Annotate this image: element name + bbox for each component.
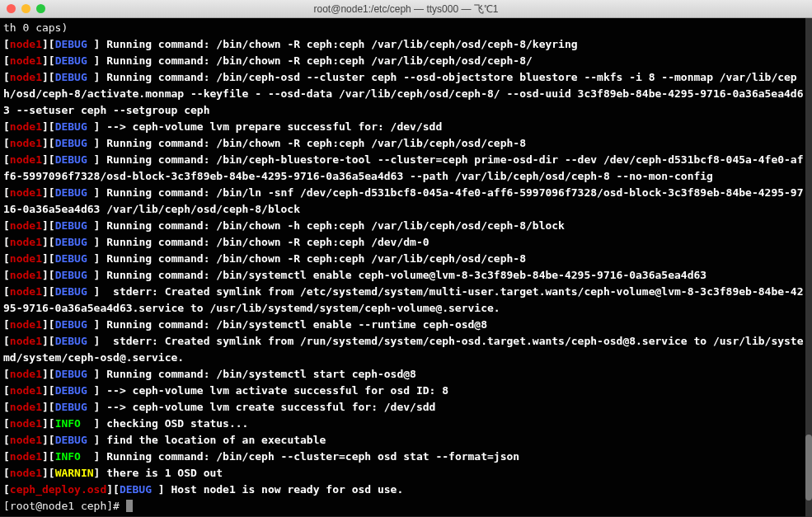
terminal-text: INFO [55,450,81,463]
terminal-text: [ [3,219,10,232]
terminal-text: [ [3,467,10,479]
terminal-text: DEBUG [55,252,87,265]
terminal-line: [node1][DEBUG ] Running command: /bin/ch… [3,53,809,69]
terminal-text: node1 [10,137,42,149]
terminal-text: ] Running command: /bin/ceph --cluster=c… [81,450,519,463]
terminal-line: [node1][DEBUG ] Running command: /bin/sy… [3,366,809,383]
terminal-text: ] stderr: Created symlink from /run/syst… [3,335,804,364]
terminal-text: node1 [10,335,42,347]
terminal-text: ][ [42,335,55,347]
terminal-line: th 0 caps) [3,20,809,36]
terminal-text: node1 [10,467,42,479]
terminal-line: [node1][DEBUG ] Running command: /bin/ce… [3,152,809,185]
terminal-text: DEBUG [55,434,87,446]
terminal-line: [node1][DEBUG ] Running command: /bin/ch… [3,234,809,251]
terminal-text: [ [3,450,10,463]
terminal-text: [ [3,236,10,248]
terminal-text: ][ [42,71,55,83]
terminal-text: DEBUG [55,71,87,83]
terminal-text: [ [3,483,10,496]
terminal-line: [node1][DEBUG ] Running command: /bin/ch… [3,251,809,267]
terminal-text: node1 [10,219,42,232]
terminal-text: node1 [10,285,42,298]
terminal-text: ][ [42,38,55,50]
terminal-text: DEBUG [55,285,87,298]
terminal-text: ][ [42,417,55,430]
terminal-text: node1 [10,450,42,463]
terminal-text: [ [3,318,10,331]
terminal-line: [node1][DEBUG ] Running command: /bin/ch… [3,135,809,152]
terminal-text: [ [3,434,10,446]
terminal-viewport[interactable]: th 0 caps)[node1][DEBUG ] Running comman… [0,18,812,516]
terminal-text: [ [3,38,10,50]
terminal-text: DEBUG [55,38,87,50]
terminal-text: node1 [10,236,42,248]
terminal-text: ] Running command: /bin/systemctl start … [87,368,416,380]
close-button[interactable] [7,4,16,13]
scrollbar-thumb[interactable] [805,435,812,501]
terminal-text: ][ [42,318,55,331]
terminal-text: ] Running command: /bin/ceph-bluestore-t… [3,153,804,182]
minimize-button[interactable] [21,4,31,13]
terminal-text: [ [3,153,10,166]
terminal-text: ] --> ceph-volume lvm create successful … [87,401,436,413]
terminal-text: ] find the location of an executable [87,434,326,446]
maximize-button[interactable] [36,4,45,13]
terminal-text: ] Running command: /bin/chown -h ceph:ce… [87,219,565,232]
terminal-line: [node1][DEBUG ] stderr: Created symlink … [3,333,809,366]
terminal-text: ][ [42,137,55,149]
terminal-line: [node1][INFO ] Running command: /bin/cep… [3,449,809,465]
terminal-text: ][ [42,236,55,248]
terminal-text: DEBUG [55,54,87,67]
terminal-text: ] Running command: /bin/chown -R ceph:ce… [87,236,429,248]
terminal-text: ][ [42,467,55,479]
terminal-text: [root@node1 ceph]# [3,500,126,512]
terminal-text: [ [3,186,10,199]
terminal-line: [node1][DEBUG ] Running command: /bin/ch… [3,218,809,234]
terminal-line: [node1][INFO ] checking OSD status... [3,416,809,432]
terminal-text: [ [3,384,10,397]
terminal-text: DEBUG [120,483,152,496]
terminal-text: [ [3,252,10,265]
terminal-text: node1 [10,269,42,281]
terminal-text: ] Running command: /bin/systemctl enable… [87,318,487,331]
terminal-text: ][ [42,120,55,133]
terminal-text: ] Running command: /bin/ln -snf /dev/cep… [3,186,804,215]
terminal-text: DEBUG [55,335,87,347]
terminal-text: DEBUG [55,137,87,149]
terminal-text: DEBUG [55,120,87,133]
terminal-text: ][ [42,153,55,166]
terminal-text: [ [3,401,10,413]
terminal-text: ][ [42,269,55,281]
terminal-text: DEBUG [55,384,87,397]
terminal-text: [ [3,335,10,347]
terminal-text: [ [3,120,10,133]
terminal-text: node1 [10,120,42,133]
terminal-text: DEBUG [55,368,87,380]
terminal-text: node1 [10,71,42,83]
terminal-text: DEBUG [55,318,87,331]
terminal-line: [node1][DEBUG ] --> ceph-volume lvm acti… [3,383,809,399]
terminal-line: [node1][DEBUG ] --> ceph-volume lvm prep… [3,119,809,135]
terminal-text: [ [3,54,10,67]
terminal-text: DEBUG [55,153,87,166]
terminal-text: [ [3,269,10,281]
terminal-line: [node1][WARNIN] there is 1 OSD out [3,465,809,482]
terminal-line: [node1][DEBUG ] Running command: /bin/sy… [3,317,809,333]
terminal-text: node1 [10,318,42,331]
scrollbar-track[interactable] [805,18,812,517]
terminal-text: ][ [42,434,55,446]
terminal-line: [node1][DEBUG ] Running command: /bin/ln… [3,185,809,218]
terminal-text: [ [3,368,10,380]
terminal-text: ] there is 1 OSD out [94,467,223,479]
terminal-text: [ [3,285,10,298]
terminal-text: ][ [42,54,55,67]
terminal-text: ][ [42,384,55,397]
terminal-text: node1 [10,252,42,265]
terminal-line: [node1][DEBUG ] find the location of an … [3,432,809,449]
terminal-text: ceph_deploy.osd [10,483,106,496]
terminal-text: node1 [10,54,42,67]
terminal-text: ][ [106,483,120,496]
terminal-text: DEBUG [55,401,87,413]
terminal-text: node1 [10,153,42,166]
